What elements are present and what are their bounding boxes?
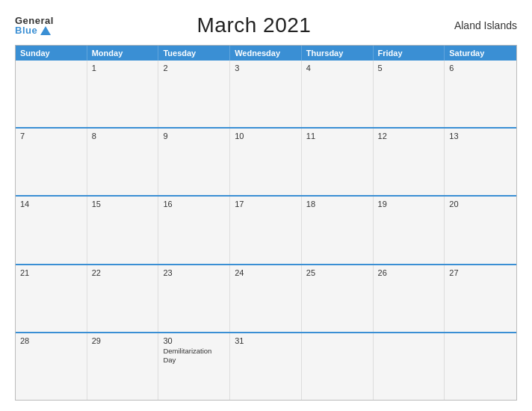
day-number: 4 [306, 64, 368, 72]
day-cell-w5-d6 [374, 333, 445, 400]
day-number: 21 [20, 268, 82, 277]
day-cell-w2-d2: 8 [87, 129, 159, 195]
day-number: 17 [235, 200, 297, 208]
day-number: 25 [306, 268, 368, 277]
day-cell-w1-d1 [16, 61, 87, 127]
day-number: 16 [163, 200, 225, 208]
day-number: 26 [378, 268, 440, 277]
day-number: 24 [235, 268, 297, 277]
header-thursday: Thursday [302, 46, 374, 61]
day-number: 7 [20, 132, 82, 140]
header-friday: Friday [374, 46, 445, 61]
day-number: 31 [235, 336, 297, 345]
header: General Blue March 2021 Aland Islands [15, 13, 517, 37]
week-row-5: 282930Demilitarization Day31 [16, 332, 516, 400]
day-cell-w4-d5: 25 [302, 265, 374, 332]
day-number: 2 [163, 64, 225, 72]
day-cell-w4-d4: 24 [230, 265, 302, 332]
day-cell-w1-d3: 2 [158, 61, 230, 127]
day-number: 9 [163, 132, 225, 140]
header-saturday: Saturday [445, 46, 516, 61]
day-cell-w3-d2: 15 [87, 197, 159, 263]
day-number: 8 [92, 132, 154, 140]
day-cell-w3-d6: 19 [374, 197, 445, 263]
day-number: 15 [92, 200, 154, 208]
logo-triangle-icon [40, 26, 51, 35]
weeks-container: 1234567891011121314151617181920212223242… [16, 61, 516, 400]
day-cell-w1-d2: 1 [87, 61, 159, 127]
logo-blue-text: Blue [15, 25, 54, 35]
day-number: 13 [449, 132, 512, 140]
day-cell-w2-d1: 7 [16, 129, 87, 195]
header-wednesday: Wednesday [230, 46, 302, 61]
day-cell-w2-d5: 11 [302, 129, 374, 195]
day-number: 1 [92, 64, 154, 72]
day-number: 27 [449, 268, 512, 277]
day-cell-w5-d4: 31 [230, 333, 302, 400]
week-row-2: 78910111213 [16, 127, 516, 195]
day-number: 11 [306, 132, 368, 140]
day-number: 18 [306, 200, 368, 208]
day-cell-w2-d7: 13 [445, 129, 516, 195]
day-number: 20 [449, 200, 512, 208]
day-number: 3 [235, 64, 297, 72]
day-cell-w5-d1: 28 [16, 333, 87, 400]
logo: General Blue [15, 16, 54, 35]
week-row-1: 123456 [16, 61, 516, 127]
day-cell-w5-d3: 30Demilitarization Day [158, 333, 230, 400]
day-cell-w3-d7: 20 [445, 197, 516, 263]
day-event: Demilitarization Day [163, 347, 225, 365]
header-monday: Monday [87, 46, 159, 61]
day-number: 23 [163, 268, 225, 277]
day-number: 14 [20, 200, 82, 208]
day-cell-w2-d3: 9 [158, 129, 230, 195]
header-tuesday: Tuesday [158, 46, 230, 61]
day-cell-w5-d7 [445, 333, 516, 400]
day-number: 5 [378, 64, 440, 72]
day-cell-w3-d1: 14 [16, 197, 87, 263]
calendar-grid: Sunday Monday Tuesday Wednesday Thursday… [15, 45, 517, 401]
day-cell-w5-d2: 29 [87, 333, 159, 400]
day-cell-w5-d5 [302, 333, 374, 400]
day-headers-row: Sunday Monday Tuesday Wednesday Thursday… [16, 46, 516, 61]
region-label: Aland Islands [454, 19, 517, 31]
day-cell-w1-d5: 4 [302, 61, 374, 127]
day-number: 6 [449, 64, 512, 72]
calendar-title: March 2021 [197, 13, 311, 37]
day-cell-w3-d4: 17 [230, 197, 302, 263]
day-cell-w1-d4: 3 [230, 61, 302, 127]
day-cell-w2-d6: 12 [374, 129, 445, 195]
calendar-page: General Blue March 2021 Aland Islands Su… [0, 0, 532, 411]
day-number: 12 [378, 132, 440, 140]
day-number: 22 [92, 268, 154, 277]
day-cell-w4-d7: 27 [445, 265, 516, 332]
day-number: 10 [235, 132, 297, 140]
day-cell-w2-d4: 10 [230, 129, 302, 195]
day-cell-w1-d6: 5 [374, 61, 445, 127]
day-number: 19 [378, 200, 440, 208]
week-row-4: 21222324252627 [16, 264, 516, 332]
week-row-3: 14151617181920 [16, 195, 516, 263]
day-number: 29 [92, 336, 154, 345]
day-cell-w4-d1: 21 [16, 265, 87, 332]
day-cell-w3-d3: 16 [158, 197, 230, 263]
day-cell-w4-d3: 23 [158, 265, 230, 332]
day-cell-w1-d7: 6 [445, 61, 516, 127]
header-sunday: Sunday [16, 46, 87, 61]
day-cell-w4-d2: 22 [87, 265, 159, 332]
day-number: 28 [20, 336, 82, 345]
day-cell-w3-d5: 18 [302, 197, 374, 263]
day-cell-w4-d6: 26 [374, 265, 445, 332]
day-number: 30 [163, 336, 225, 345]
